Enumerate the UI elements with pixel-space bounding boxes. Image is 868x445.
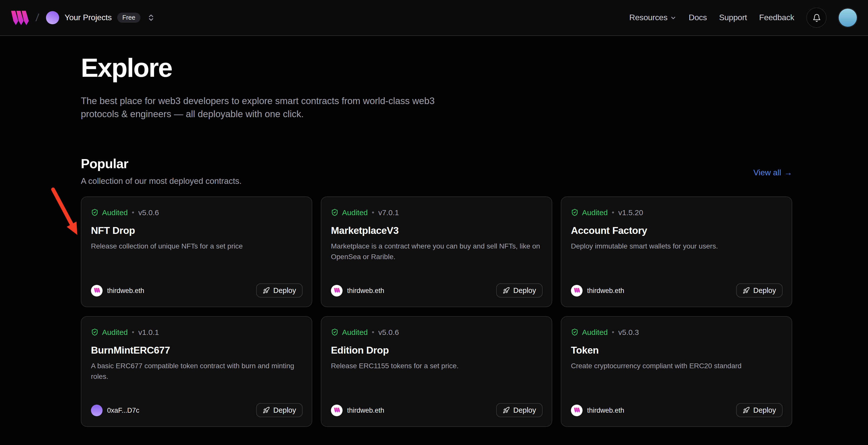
dot-separator: •: [612, 328, 614, 336]
audited-badge: Audited: [342, 208, 368, 217]
main-content: Explore The best place for web3 develope…: [0, 52, 868, 427]
shield-check-icon: [91, 328, 98, 336]
shield-check-icon: [331, 209, 339, 216]
badge-row: Audited • v7.0.1: [331, 207, 542, 217]
deploy-label: Deploy: [753, 286, 776, 294]
top-navbar: / Your Projects Free Resources Docs Supp…: [0, 0, 868, 36]
breadcrumb: / Your Projects Free: [11, 10, 155, 25]
card-footer: thirdweb.eth Deploy: [571, 403, 783, 417]
contract-card-edition-drop[interactable]: Audited • v5.0.6 Edition Drop Release ER…: [321, 316, 552, 427]
nav-docs[interactable]: Docs: [689, 13, 707, 22]
shield-check-icon: [91, 209, 98, 216]
publisher-name[interactable]: thirdweb.eth: [587, 406, 624, 414]
nav-resources[interactable]: Resources: [629, 13, 677, 22]
contract-card-account-factory[interactable]: Audited • v1.5.20 Account Factory Deploy…: [561, 196, 792, 307]
contract-title[interactable]: BurnMintERC677: [91, 344, 303, 357]
audited-badge: Audited: [582, 208, 608, 217]
publisher-avatar-thirdweb[interactable]: [91, 285, 102, 296]
popular-subtitle: A collection of our most deployed contra…: [81, 175, 242, 186]
publisher-name[interactable]: thirdweb.eth: [347, 406, 384, 414]
contract-title[interactable]: Token: [571, 344, 783, 357]
publisher-avatar-thirdweb[interactable]: [571, 404, 583, 416]
contract-title[interactable]: NFT Drop: [91, 224, 303, 237]
shield-check-icon: [331, 328, 339, 336]
publisher-name[interactable]: thirdweb.eth: [107, 287, 144, 294]
popular-title: Popular: [81, 155, 242, 172]
audited-badge: Audited: [102, 208, 128, 217]
card-footer: thirdweb.eth Deploy: [331, 403, 542, 417]
deploy-button[interactable]: Deploy: [496, 403, 542, 417]
badge-row: Audited • v5.0.3: [571, 327, 783, 337]
contract-title[interactable]: MarketplaceV3: [331, 224, 542, 237]
rocket-icon: [743, 407, 750, 414]
version-label: v5.0.6: [138, 208, 159, 217]
project-avatar[interactable]: [46, 11, 59, 24]
deploy-button[interactable]: Deploy: [496, 283, 542, 297]
audited-badge: Audited: [582, 327, 608, 336]
contract-description: A basic ERC677 compatible token contract…: [91, 361, 303, 382]
nav-feedback[interactable]: Feedback: [759, 13, 794, 22]
rocket-icon: [743, 287, 750, 294]
nav-resources-label: Resources: [629, 13, 668, 22]
version-label: v7.0.1: [378, 208, 399, 217]
contracts-grid: Audited • v5.0.6 NFT Drop Release collec…: [81, 196, 792, 427]
bell-icon: [812, 13, 821, 22]
contract-card-nft-drop[interactable]: Audited • v5.0.6 NFT Drop Release collec…: [81, 196, 312, 307]
dot-separator: •: [132, 328, 134, 336]
chevron-down-icon: [670, 14, 677, 21]
contract-card-marketplacev3[interactable]: Audited • v7.0.1 MarketplaceV3 Marketpla…: [321, 196, 552, 307]
dot-separator: •: [372, 328, 374, 336]
rocket-icon: [503, 287, 510, 294]
deploy-label: Deploy: [753, 406, 776, 414]
publisher-name[interactable]: 0xaF...D7c: [107, 406, 140, 414]
rocket-icon: [263, 287, 270, 294]
deploy-button[interactable]: Deploy: [736, 283, 783, 297]
dot-separator: •: [612, 208, 614, 216]
project-name[interactable]: Your Projects: [65, 13, 112, 22]
deploy-label: Deploy: [513, 286, 536, 294]
publisher-avatar-thirdweb[interactable]: [331, 285, 343, 296]
rocket-icon: [503, 407, 510, 414]
publisher-name[interactable]: thirdweb.eth: [347, 287, 384, 294]
audited-badge: Audited: [102, 327, 128, 336]
publisher-avatar-thirdweb[interactable]: [571, 285, 583, 296]
dot-separator: •: [132, 208, 134, 216]
audited-badge: Audited: [342, 327, 368, 336]
card-footer: thirdweb.eth Deploy: [571, 283, 783, 297]
card-footer: thirdweb.eth Deploy: [91, 283, 303, 297]
version-label: v5.0.6: [378, 327, 399, 336]
view-all-label: View all: [753, 168, 781, 177]
page: / Your Projects Free Resources Docs Supp…: [0, 0, 868, 445]
thirdweb-logo-icon[interactable]: [11, 10, 29, 25]
card-footer: thirdweb.eth Deploy: [331, 283, 542, 297]
deploy-label: Deploy: [513, 406, 536, 414]
arrow-right-icon: →: [784, 168, 792, 177]
breadcrumb-slash: /: [35, 11, 40, 24]
card-footer: 0xaF...D7c Deploy: [91, 403, 303, 417]
version-label: v5.0.3: [618, 327, 639, 336]
nav-support[interactable]: Support: [719, 13, 747, 22]
publisher-avatar-thirdweb[interactable]: [331, 404, 343, 416]
page-subtitle: The best place for web3 developers to ex…: [81, 94, 457, 121]
rocket-icon: [263, 407, 270, 414]
deploy-button[interactable]: Deploy: [256, 403, 303, 417]
publisher-avatar-wallet[interactable]: [91, 404, 102, 416]
deploy-label: Deploy: [273, 286, 296, 294]
contract-description: Deploy immutable smart wallets for your …: [571, 241, 783, 252]
user-avatar[interactable]: [839, 8, 857, 27]
notifications-button[interactable]: [806, 7, 827, 28]
nav-links: Resources Docs Support Feedback: [629, 7, 857, 28]
contract-title[interactable]: Account Factory: [571, 224, 783, 237]
publisher-name[interactable]: thirdweb.eth: [587, 287, 624, 294]
chevrons-up-down-icon[interactable]: [147, 13, 155, 22]
deploy-button[interactable]: Deploy: [256, 283, 303, 297]
contract-card-burnminterc677[interactable]: Audited • v1.0.1 BurnMintERC677 A basic …: [81, 316, 312, 427]
shield-check-icon: [571, 328, 579, 336]
plan-badge: Free: [117, 12, 140, 23]
contract-title[interactable]: Edition Drop: [331, 344, 542, 357]
view-all-link[interactable]: View all →: [753, 168, 792, 177]
deploy-button[interactable]: Deploy: [736, 403, 783, 417]
badge-row: Audited • v5.0.6: [91, 207, 303, 217]
contract-description: Create cryptocurrency compliant with ERC…: [571, 361, 783, 371]
contract-card-token[interactable]: Audited • v5.0.3 Token Create cryptocurr…: [561, 316, 792, 427]
